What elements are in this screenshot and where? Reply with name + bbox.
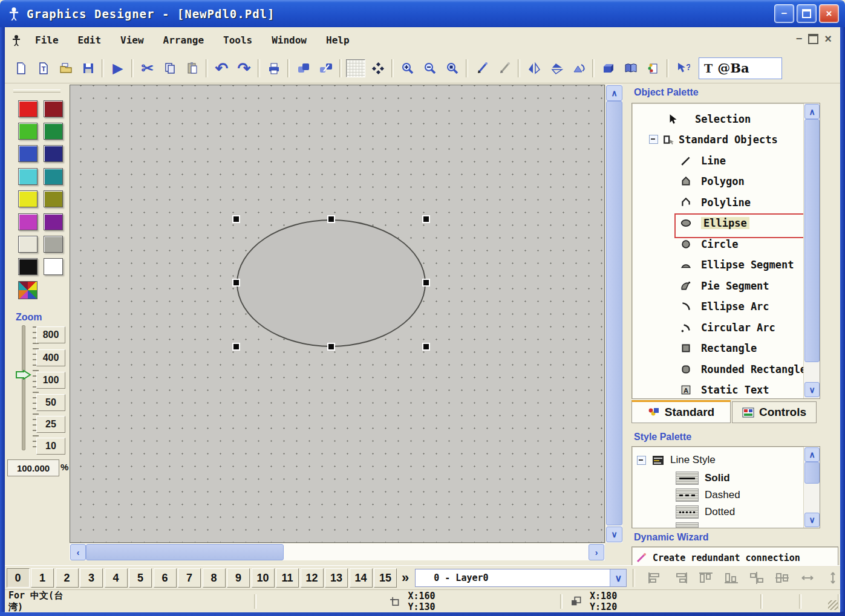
close-button[interactable]: × [819,4,839,23]
dynamic-dialog-button[interactable] [493,58,515,79]
mdi-close-button[interactable]: × [824,32,832,46]
menu-view[interactable]: View [113,32,151,48]
selection-handle-e[interactable] [423,280,429,285]
color-swatch[interactable] [44,236,63,253]
scroll-up-button[interactable]: ∧ [804,104,820,119]
redo-button[interactable]: ↷ [233,58,255,79]
selection-handle-sw[interactable] [233,344,239,349]
wizard-item[interactable]: Create redundant connection [636,550,800,566]
menu-window[interactable]: Window [264,32,314,48]
help-button[interactable]: ? [671,58,694,79]
style-item-dashed[interactable]: Dashed [676,487,740,504]
layer-button-10[interactable]: 10 [252,568,275,588]
color-swatch[interactable] [18,236,38,253]
layer-button-13[interactable]: 13 [325,568,348,588]
maximize-button[interactable] [797,4,817,23]
print-button[interactable] [263,58,285,79]
tree-item-rounded-rectangle[interactable]: Rounded Rectangle [632,358,820,380]
library-button[interactable] [597,58,619,79]
style-item-solid[interactable]: Solid [676,470,730,487]
export-button[interactable] [642,58,664,79]
layer-button-4[interactable]: 4 [105,568,128,588]
tree-item-circular-arc[interactable]: Circular Arc [632,317,820,338]
menu-help[interactable]: Help [319,32,357,48]
title-bar[interactable]: Graphics Designer - [NewPdl0.Pdl] − × [0,0,845,27]
menu-file[interactable]: File [28,32,66,48]
style-item-partial[interactable] [676,520,699,528]
mdi-restore-button[interactable] [808,34,818,44]
layer-button-9[interactable]: 9 [227,568,250,588]
tab-standard[interactable]: Standard [631,400,731,423]
layer-button-7[interactable]: 7 [178,568,201,588]
zoom-slider-track[interactable] [22,325,25,450]
color-swatch[interactable] [18,145,38,162]
palette-grip[interactable] [13,89,60,92]
mdi-minimize-button[interactable]: − [796,33,803,45]
more-colors-button[interactable] [18,281,38,299]
same-width-button[interactable] [796,568,819,588]
color-swatch[interactable] [18,168,38,185]
flip-vertical-button[interactable] [523,58,545,79]
layer-button-14[interactable]: 14 [350,568,373,588]
center-horizontal-button[interactable] [745,568,768,588]
color-swatch[interactable] [44,145,63,162]
zoom-level-button[interactable]: 10 [36,438,65,455]
layer-button-1[interactable]: 1 [31,568,54,588]
color-swatch[interactable] [18,100,38,117]
color-swatch[interactable] [44,168,63,185]
layer-button-12[interactable]: 12 [301,568,324,588]
color-swatch[interactable] [44,190,63,207]
scroll-left-button[interactable]: ‹ [70,544,86,560]
snap-toggle-button[interactable] [367,58,389,79]
scroll-down-button[interactable]: ∨ [804,382,820,397]
layer-select[interactable]: 0 - Layer0 ∨ [415,569,627,587]
grid-toggle-button[interactable] [344,58,367,79]
tree-item-ellipse-arc[interactable]: Ellipse Arc [632,296,820,317]
tree-item-polyline[interactable]: Polyline [632,192,820,213]
color-swatch[interactable] [44,258,63,275]
save-button[interactable] [77,58,99,79]
layer-button-0[interactable]: 0 [7,568,30,588]
scroll-thumb[interactable] [804,462,820,484]
undo-button[interactable]: ↶ [210,58,233,79]
layer-button-5[interactable]: 5 [129,568,152,588]
ellipse-object[interactable] [237,219,426,347]
color-swatch[interactable] [44,100,63,117]
dropdown-arrow-icon[interactable]: ∨ [610,569,626,586]
drawing-canvas[interactable] [70,85,605,543]
run-button[interactable]: ▶ [106,58,129,79]
selection-handle-nw[interactable] [233,216,239,222]
style-item-dotted[interactable]: Dotted [676,504,735,520]
catalog-button[interactable] [619,58,642,79]
align-right-button[interactable] [669,568,692,588]
rotate-button[interactable] [567,58,590,79]
scroll-up-button[interactable]: ∧ [804,447,820,462]
same-height-button[interactable] [821,568,844,588]
layer-button-3[interactable]: 3 [80,568,103,588]
scroll-right-button[interactable]: › [589,544,604,560]
zoom-level-button[interactable]: 800 [36,326,65,343]
scroll-up-button[interactable]: ∧ [606,85,622,101]
cut-button[interactable]: ✂ [136,58,158,79]
resize-grip[interactable] [828,600,838,610]
tree-item-line-style[interactable]: Line Style [637,452,716,468]
tree-item-ellipse-segment[interactable]: Ellipse Segment [632,254,820,275]
open-button[interactable] [54,58,77,79]
tree-item-rectangle[interactable]: Rectangle [632,337,820,358]
vscroll-thumb[interactable] [606,101,622,525]
layer-button-15[interactable]: 15 [374,568,397,588]
canvas-vscrollbar[interactable]: ∧ ∨ [605,85,622,543]
tree-item-line[interactable]: Line [632,150,820,171]
layer-button-8[interactable]: 8 [203,568,226,588]
zoom-value-field[interactable]: 100.000 [7,459,59,476]
tree-item-standard-objects[interactable]: Standard Objects [632,129,820,150]
flip-horizontal-button[interactable] [545,58,567,79]
more-layers-button[interactable]: » [402,570,409,586]
tree-item-pie-segment[interactable]: Pie Segment [632,275,820,296]
scroll-down-button[interactable]: ∨ [804,513,820,527]
tree-item-polygon[interactable]: Polygon [632,170,820,192]
layer-button-2[interactable]: 2 [56,568,79,588]
tree-item-static-text[interactable]: AStatic Text [632,379,820,399]
color-swatch[interactable] [44,213,63,230]
tag-connection-button[interactable] [471,58,493,79]
